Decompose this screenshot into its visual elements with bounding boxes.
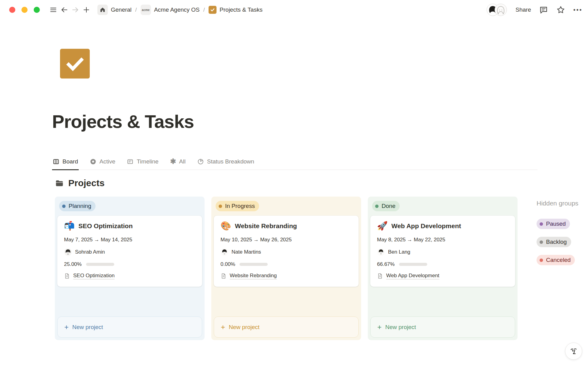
new-tab-button[interactable]: [81, 4, 92, 15]
project-card[interactable]: 🎨 Website Rebranding May 10, 2025 → May …: [214, 216, 359, 287]
new-project-button[interactable]: + New project: [214, 316, 359, 338]
page-icon-checkbox[interactable]: [60, 49, 90, 79]
card-date-range: May 8, 2025 → May 22, 2025: [377, 237, 508, 243]
tab-board[interactable]: Board: [52, 156, 79, 170]
tab-label: All: [179, 158, 186, 165]
progress-bar: [86, 263, 114, 266]
avatar: [221, 248, 228, 256]
breadcrumb-item-general[interactable]: General: [95, 3, 134, 16]
hidden-group-backlog[interactable]: Backlog: [537, 237, 571, 247]
tab-all[interactable]: ✱ All: [170, 156, 186, 170]
card-assignee: Ben Lang: [388, 249, 410, 255]
card-title: Website Rebranding: [235, 222, 297, 230]
breadcrumb-label: Acme Agency OS: [154, 6, 200, 13]
sidebar-menu-button[interactable]: [48, 4, 59, 15]
palette-emoji: 🎨: [221, 222, 231, 230]
new-project-label: New project: [385, 324, 416, 331]
card-assignee: Nate Martins: [232, 249, 261, 255]
new-project-button[interactable]: + New project: [370, 316, 515, 338]
hidden-group-label: Canceled: [546, 257, 571, 263]
document-icon: [377, 273, 383, 279]
tab-label: Timeline: [137, 158, 158, 165]
plus-icon: +: [221, 324, 225, 331]
breadcrumb-separator: /: [203, 6, 205, 13]
section-title: Projects: [68, 178, 104, 188]
gold-checkbox-icon: [209, 6, 217, 14]
document-icon: [221, 273, 227, 279]
breadcrumb-item-workspace[interactable]: acme Acme Agency OS: [138, 3, 202, 16]
card-page-link[interactable]: Web App Development: [386, 273, 439, 279]
more-options-button[interactable]: •••: [573, 6, 582, 13]
avatar: [495, 4, 507, 16]
close-window-button[interactable]: [9, 7, 15, 13]
acme-workspace-logo: acme: [141, 5, 151, 15]
board-columns-icon: [53, 158, 59, 165]
card-page-link[interactable]: SEO Optimization: [73, 273, 115, 279]
share-button[interactable]: Share: [515, 6, 531, 13]
card-date-range: May 7, 2025 → May 14, 2025: [64, 237, 195, 243]
new-project-button[interactable]: + New project: [57, 316, 202, 338]
comments-button[interactable]: [539, 5, 548, 14]
status-label: Planning: [69, 203, 91, 209]
breadcrumb-separator: /: [135, 6, 137, 13]
hidden-group-label: Backlog: [546, 239, 567, 245]
new-project-label: New project: [229, 324, 259, 331]
plus-icon: +: [64, 324, 69, 331]
progress-percent-label: 25.00%: [64, 261, 82, 267]
status-dot: [540, 222, 543, 226]
project-card[interactable]: 📬 SEO Optimization May 7, 2025 → May 14,…: [57, 216, 202, 287]
card-title: Web App Development: [391, 222, 461, 230]
avatar: [377, 248, 385, 256]
breadcrumb-label: General: [111, 6, 132, 13]
traffic-lights: [9, 7, 40, 13]
tab-timeline[interactable]: Timeline: [126, 156, 159, 170]
notion-face-icon: [569, 346, 579, 356]
tab-label: Active: [100, 158, 115, 165]
breadcrumb-item-current-page[interactable]: Projects & Tasks: [206, 5, 265, 15]
rocket-emoji: 🚀: [377, 222, 388, 230]
plus-icon: [83, 6, 90, 13]
tab-status-breakdown[interactable]: Status Breakdown: [197, 156, 255, 170]
mailbox-emoji: 📬: [64, 222, 75, 230]
minimize-window-button[interactable]: [21, 7, 28, 13]
card-date-range: May 10, 2025 → May 26, 2025: [221, 237, 352, 243]
status-badge-done[interactable]: Done: [372, 201, 400, 211]
star-circle-icon: [90, 158, 96, 165]
status-label: Done: [382, 203, 395, 209]
status-dot: [375, 205, 379, 208]
status-badge-planning[interactable]: Planning: [59, 201, 96, 211]
progress-bar: [399, 263, 427, 266]
notion-templates-fab[interactable]: [565, 343, 582, 360]
zoom-window-button[interactable]: [34, 7, 40, 13]
hidden-groups-panel: Hidden groups Paused Backlog Canceled: [537, 197, 588, 273]
page-title[interactable]: Projects & Tasks: [52, 111, 588, 132]
hamburger-icon: [49, 6, 57, 14]
forward-button[interactable]: [70, 4, 81, 15]
avatar: [64, 248, 72, 256]
member-avatars[interactable]: [487, 4, 507, 16]
status-badge-in-progress[interactable]: In Progress: [216, 201, 259, 211]
hidden-group-canceled[interactable]: Canceled: [537, 255, 575, 265]
back-button[interactable]: [59, 4, 70, 15]
projects-section-header[interactable]: Projects: [55, 178, 588, 188]
card-page-link[interactable]: Website Rebranding: [230, 273, 277, 279]
breadcrumb: General / acme Acme Agency OS / Projects…: [95, 3, 265, 16]
pie-chart-icon: [197, 158, 204, 165]
hidden-groups-title: Hidden groups: [537, 200, 588, 207]
favorite-star-button[interactable]: [556, 5, 565, 14]
status-dot: [219, 205, 222, 208]
back-arrow-icon: [60, 6, 68, 14]
tab-active[interactable]: Active: [89, 156, 116, 170]
progress-percent-label: 0.00%: [221, 261, 235, 267]
tab-label: Board: [62, 158, 78, 165]
new-project-label: New project: [72, 324, 103, 331]
hidden-group-paused[interactable]: Paused: [537, 219, 570, 229]
progress-bar: [239, 263, 268, 266]
hidden-group-label: Paused: [546, 220, 566, 227]
card-title: SEO Optimization: [78, 222, 133, 230]
project-card[interactable]: 🚀 Web App Development May 8, 2025 → May …: [370, 216, 515, 287]
timeline-list-icon: [127, 158, 134, 165]
view-tabs: Board Active Timeline ✱ All Status Break…: [52, 156, 537, 170]
board-column-planning: Planning 📬 SEO Optimization May 7, 2025 …: [55, 197, 205, 340]
status-dot: [62, 205, 66, 208]
